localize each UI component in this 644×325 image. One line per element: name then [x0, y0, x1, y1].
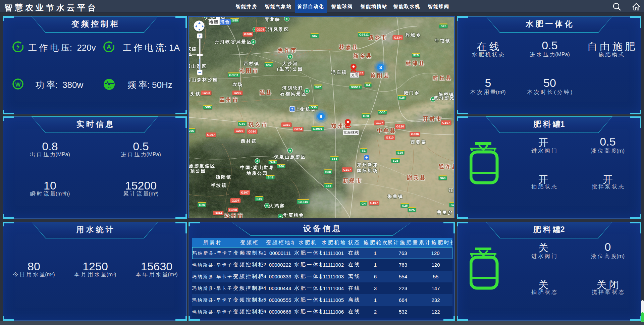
svg-text:Hz: Hz	[108, 86, 111, 89]
svg-text:A: A	[107, 43, 111, 50]
svg-text:W: W	[15, 82, 21, 88]
